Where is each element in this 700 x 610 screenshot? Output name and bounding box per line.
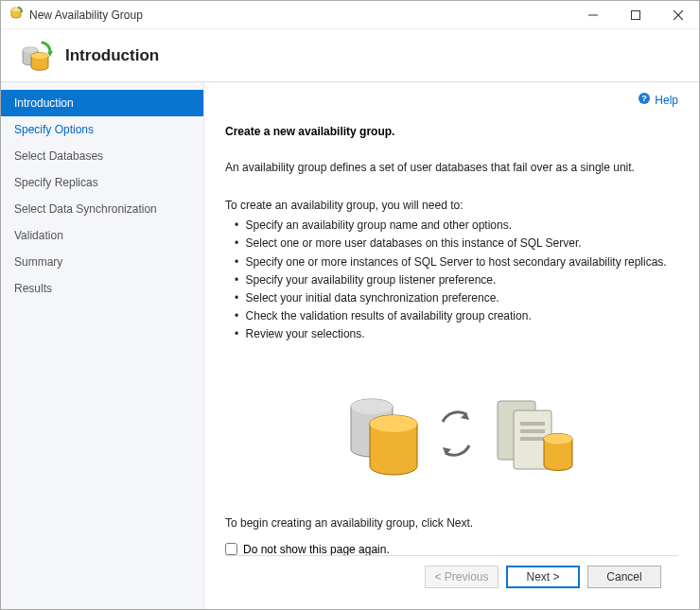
titlebar: New Availability Group: [1, 1, 699, 29]
illustration: [225, 384, 678, 488]
sidebar-item-select-data-sync[interactable]: Select Data Synchronization: [1, 196, 203, 222]
requirement-item: Check the validation results of availabi…: [235, 307, 678, 325]
svg-point-17: [370, 415, 417, 432]
content-area: Create a new availability group. An avai…: [225, 125, 678, 555]
sidebar-item-select-databases[interactable]: Select Databases: [1, 143, 203, 169]
help-label: Help: [655, 94, 678, 107]
next-button[interactable]: Next >: [506, 566, 580, 588]
minimize-button[interactable]: [571, 1, 614, 28]
wizard-footer: < Previous Next > Cancel: [225, 555, 678, 598]
sidebar-item-summary[interactable]: Summary: [1, 249, 203, 275]
svg-text:?: ?: [642, 94, 648, 103]
dont-show-again-checkbox[interactable]: [225, 543, 237, 555]
wizard-steps-sidebar: Introduction Specify Options Select Data…: [1, 82, 204, 609]
dont-show-again-label: Do not show this page again.: [243, 543, 390, 556]
wizard-icon: [18, 37, 56, 75]
window-title: New Availability Group: [29, 9, 571, 22]
svg-point-8: [23, 47, 38, 53]
sidebar-item-specify-replicas[interactable]: Specify Replicas: [1, 169, 203, 196]
dont-show-again-row[interactable]: Do not show this page again.: [225, 543, 678, 556]
help-icon: ?: [638, 92, 651, 108]
svg-point-26: [544, 433, 572, 444]
requirement-item: Specify one or more instances of SQL Ser…: [235, 253, 678, 271]
cancel-button[interactable]: Cancel: [587, 566, 661, 588]
previous-button: < Previous: [425, 566, 499, 588]
requirement-item: Specify an availability group name and o…: [235, 217, 678, 235]
app-icon: [9, 6, 24, 24]
close-button[interactable]: [656, 1, 699, 28]
svg-point-10: [31, 52, 48, 59]
requirement-item: Select one or more user databases on thi…: [235, 235, 678, 253]
window-controls: [571, 1, 699, 28]
svg-rect-23: [520, 429, 545, 433]
window: New Availability Group: [0, 0, 700, 610]
requirements-intro: To create an availability group, you wil…: [225, 197, 678, 215]
intro-text: An availability group defines a set of u…: [225, 159, 678, 176]
page-title: Introduction: [65, 46, 159, 65]
requirements-block: To create an availability group, you wil…: [225, 197, 678, 344]
sidebar-item-specify-options[interactable]: Specify Options: [1, 116, 203, 143]
sidebar-item-introduction[interactable]: Introduction: [1, 90, 203, 116]
svg-rect-24: [520, 437, 545, 441]
maximize-button[interactable]: [614, 1, 656, 28]
header: Introduction: [1, 29, 699, 82]
requirement-item: Specify your availability group listener…: [235, 271, 678, 289]
svg-rect-4: [631, 10, 639, 19]
content-heading: Create a new availability group.: [225, 125, 678, 138]
sidebar-item-results[interactable]: Results: [1, 275, 203, 302]
requirements-list: Specify an availability group name and o…: [225, 217, 678, 343]
requirement-item: Review your selections.: [235, 325, 678, 343]
svg-rect-22: [520, 422, 545, 426]
begin-text: To begin creating an availability group,…: [225, 516, 678, 530]
requirement-item: Select your initial data synchronization…: [235, 289, 678, 307]
wizard-body: Introduction Specify Options Select Data…: [1, 82, 699, 609]
sidebar-item-validation[interactable]: Validation: [1, 222, 203, 249]
help-row: ? Help: [225, 92, 678, 108]
help-link[interactable]: ? Help: [638, 92, 678, 108]
svg-point-15: [351, 399, 393, 414]
main-content: ? Help Create a new availability group. …: [204, 82, 699, 609]
